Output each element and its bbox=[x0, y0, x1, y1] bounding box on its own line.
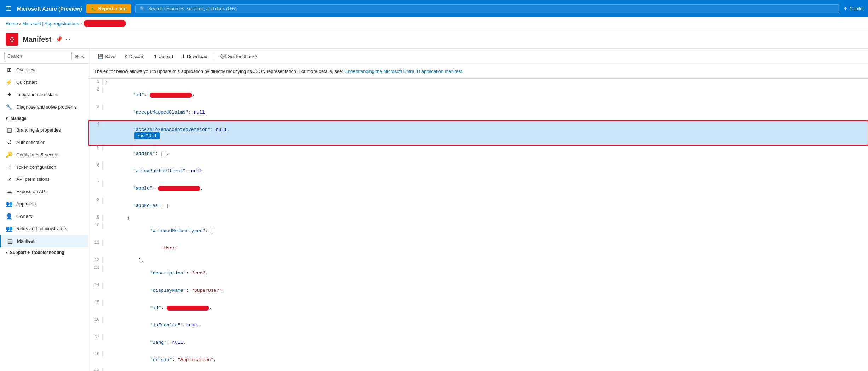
more-options-icon[interactable]: ··· bbox=[65, 36, 70, 43]
code-line: 5 "addIns": [], bbox=[88, 145, 868, 162]
breadcrumb-app-registrations[interactable]: Microsoft | App registrations bbox=[22, 21, 79, 26]
download-button[interactable]: ⬇ Download bbox=[178, 52, 211, 61]
save-icon: 💾 bbox=[98, 54, 103, 59]
sidebar-item-label: Roles and administrators bbox=[16, 226, 67, 231]
hamburger-menu[interactable]: ☰ bbox=[4, 3, 13, 14]
tooltip-popup: abc null bbox=[134, 132, 160, 139]
sidebar-item-api-permissions[interactable]: ↗ API permissions bbox=[0, 173, 88, 185]
content-area: 💾 Save ✕ Discard ⬆ Upload ⬇ Download 💬 G… bbox=[88, 49, 868, 371]
authentication-icon: ↺ bbox=[6, 139, 13, 146]
sidebar-item-label: Diagnose and solve problems bbox=[16, 104, 77, 110]
quickstart-icon: ⚡ bbox=[6, 79, 13, 86]
app-title: Microsoft Azure (Preview) bbox=[17, 6, 82, 12]
sidebar-item-branding[interactable]: ▤ Branding & properties bbox=[0, 124, 88, 136]
sidebar-item-overview[interactable]: ⊞ Overview bbox=[0, 64, 88, 76]
sidebar-item-label: Authentication bbox=[16, 140, 45, 145]
sidebar-item-label: Manifest bbox=[17, 238, 34, 244]
global-search-bar[interactable]: 🔍 Search resources, services, and docs (… bbox=[135, 4, 839, 13]
page-header-actions: 📌 ··· bbox=[56, 36, 70, 43]
sidebar-item-label: Expose an API bbox=[16, 189, 46, 194]
sidebar-item-app-roles[interactable]: 👥 App roles bbox=[0, 198, 88, 210]
code-line: 14 "displayName": "SuperUser", bbox=[88, 282, 868, 299]
section-label: Manage bbox=[11, 116, 27, 121]
sidebar-item-authentication[interactable]: ↺ Authentication bbox=[0, 136, 88, 149]
code-line-highlighted: 4 "accessTokenAcceptedVersion": null, ab… bbox=[88, 121, 868, 145]
token-icon: ≡ bbox=[6, 164, 13, 170]
discard-button[interactable]: ✕ Discard bbox=[120, 52, 148, 61]
code-line: 11 "User" bbox=[88, 239, 868, 257]
report-bug-button[interactable]: 🐛 Report a bug bbox=[86, 4, 131, 13]
sidebar-controls: ⊕ « bbox=[75, 53, 84, 59]
sidebar-item-label: App roles bbox=[16, 201, 36, 207]
owners-icon: 👤 bbox=[6, 213, 13, 220]
save-button[interactable]: 💾 Save bbox=[94, 52, 119, 61]
certificates-icon: 🔑 bbox=[6, 151, 13, 158]
code-line: 15 "id": , bbox=[88, 299, 868, 317]
sidebar-item-label: Quickstart bbox=[16, 80, 37, 85]
bug-icon: 🐛 bbox=[91, 6, 96, 11]
upload-button[interactable]: ⬆ Upload bbox=[150, 52, 177, 61]
sidebar-item-token[interactable]: ≡ Token configuration bbox=[0, 161, 88, 173]
top-navigation: ☰ Microsoft Azure (Preview) 🐛 Report a b… bbox=[0, 0, 868, 17]
sidebar-collapse-icon[interactable]: « bbox=[81, 53, 84, 59]
code-line: 12 ], bbox=[88, 257, 868, 265]
sidebar: ⊕ « ⊞ Overview ⚡ Quickstart ✦ Integratio… bbox=[0, 49, 88, 371]
sidebar-item-expose-api[interactable]: ☁ Expose an API bbox=[0, 185, 88, 198]
toolbar-separator bbox=[214, 52, 214, 61]
search-icon: 🔍 bbox=[140, 6, 145, 11]
section-label: Support + Troubleshooting bbox=[10, 250, 64, 255]
app-roles-icon: 👥 bbox=[6, 201, 13, 207]
page-title: Manifest bbox=[23, 35, 51, 44]
sidebar-section-support[interactable]: › Support + Troubleshooting bbox=[0, 247, 88, 258]
sidebar-item-certificates[interactable]: 🔑 Certificates & secrets bbox=[0, 149, 88, 161]
sidebar-item-integration[interactable]: ✦ Integration assistant bbox=[0, 88, 88, 101]
sidebar-item-label: Token configuration bbox=[16, 164, 56, 170]
feedback-icon: 💬 bbox=[220, 54, 226, 59]
page-header: {} Manifest 📌 ··· bbox=[0, 30, 868, 49]
code-line: 13 "description": "ccc", bbox=[88, 265, 868, 282]
api-permissions-icon: ↗ bbox=[6, 176, 13, 182]
upload-icon: ⬆ bbox=[153, 54, 157, 59]
branding-icon: ▤ bbox=[6, 127, 13, 133]
pin-icon[interactable]: 📌 bbox=[56, 36, 63, 43]
breadcrumb-home[interactable]: Home bbox=[6, 21, 18, 26]
code-line: 19 "value": "SuperUser" bbox=[88, 369, 868, 371]
code-line: 1 { bbox=[88, 79, 868, 86]
breadcrumb-app-name-redacted bbox=[84, 20, 126, 27]
code-line: 2 "id": , bbox=[88, 86, 868, 104]
sidebar-item-label: Owners bbox=[16, 214, 32, 219]
editor-description: The editor below allows you to update th… bbox=[88, 64, 868, 79]
copilot-icon: ✦ bbox=[844, 6, 847, 11]
sidebar-item-label: Branding & properties bbox=[16, 127, 61, 133]
sidebar-search-container: ⊕ « bbox=[0, 49, 88, 64]
overview-icon: ⊞ bbox=[6, 66, 13, 73]
manifest-icon: ▤ bbox=[6, 238, 13, 244]
sidebar-item-diagnose[interactable]: 🔧 Diagnose and solve problems bbox=[0, 101, 88, 113]
sidebar-item-label: Certificates & secrets bbox=[16, 152, 60, 157]
code-line: 8 "appRoles": [ bbox=[88, 197, 868, 214]
feedback-button[interactable]: 💬 Got feedback? bbox=[217, 52, 261, 61]
sidebar-item-manifest[interactable]: ▤ Manifest bbox=[0, 235, 88, 247]
code-line: 10 "allowedMemberTypes": [ bbox=[88, 222, 868, 239]
copilot-button[interactable]: ✦ Copilot bbox=[844, 6, 864, 11]
code-editor[interactable]: 1 { 2 "id": , 3 "acceptMappedClaims": nu… bbox=[88, 79, 868, 371]
manifest-link[interactable]: Understanding the Microsoft Entra ID app… bbox=[344, 69, 463, 74]
breadcrumb: Home › Microsoft | App registrations › bbox=[0, 17, 868, 30]
sidebar-expand-icon[interactable]: ⊕ bbox=[75, 53, 79, 59]
code-line: 6 "allowPublicClient": null, bbox=[88, 162, 868, 180]
code-line: 16 "isEnabled": true, bbox=[88, 317, 868, 334]
sidebar-item-roles-admin[interactable]: 👥 Roles and administrators bbox=[0, 222, 88, 235]
integration-icon: ✦ bbox=[6, 91, 13, 98]
sidebar-item-owners[interactable]: 👤 Owners bbox=[0, 210, 88, 222]
sidebar-item-quickstart[interactable]: ⚡ Quickstart bbox=[0, 76, 88, 88]
code-line: 3 "acceptMappedClaims": null, bbox=[88, 104, 868, 121]
expose-api-icon: ☁ bbox=[6, 188, 13, 195]
toolbar: 💾 Save ✕ Discard ⬆ Upload ⬇ Download 💬 G… bbox=[88, 49, 868, 64]
sidebar-section-manage[interactable]: ▾ Manage bbox=[0, 113, 88, 124]
discard-icon: ✕ bbox=[124, 54, 128, 59]
chevron-right-icon: › bbox=[6, 250, 7, 255]
search-input[interactable] bbox=[4, 52, 72, 60]
diagnose-icon: 🔧 bbox=[6, 104, 13, 110]
code-line: 17 "lang": null, bbox=[88, 334, 868, 351]
sidebar-item-label: Overview bbox=[16, 67, 35, 73]
